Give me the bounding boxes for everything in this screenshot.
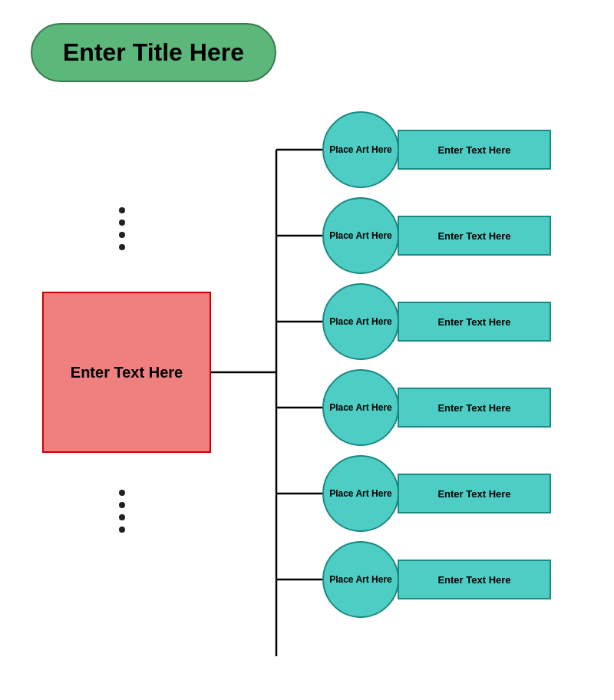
row-item: Place Art Here Enter Text Here	[322, 111, 551, 188]
row-item: Place Art Here Enter Text Here	[322, 197, 551, 274]
circle-node-3: Place Art Here	[322, 283, 399, 360]
dot	[119, 244, 125, 250]
left-box: Enter Text Here	[42, 292, 211, 453]
circle-text-3: Place Art Here	[329, 316, 392, 327]
rect-node-1: Enter Text Here	[398, 130, 551, 170]
dot	[119, 220, 125, 226]
rect-text-3: Enter Text Here	[437, 316, 510, 328]
row-item: Place Art Here Enter Text Here	[322, 369, 551, 446]
circle-text-1: Place Art Here	[329, 144, 392, 155]
dot	[119, 490, 125, 496]
rect-node-4: Enter Text Here	[398, 388, 551, 428]
circle-node-1: Place Art Here	[322, 111, 399, 188]
circle-text-6: Place Art Here	[329, 574, 392, 585]
rect-node-5: Enter Text Here	[398, 474, 551, 513]
rect-text-6: Enter Text Here	[437, 574, 510, 586]
dot	[119, 232, 125, 238]
right-items: Place Art Here Enter Text Here Place Art…	[322, 111, 551, 618]
title-container: Enter Title Here	[31, 23, 399, 82]
rect-text-2: Enter Text Here	[437, 230, 510, 242]
rect-node-2: Enter Text Here	[398, 216, 551, 256]
dots-above	[119, 207, 125, 250]
dot	[119, 527, 125, 533]
circle-node-2: Place Art Here	[322, 197, 399, 274]
dot	[119, 514, 125, 520]
circle-text-5: Place Art Here	[329, 488, 392, 499]
dot	[119, 502, 125, 508]
dot	[119, 207, 125, 213]
dots-below	[119, 490, 125, 533]
rect-text-4: Enter Text Here	[437, 402, 510, 414]
circle-text-2: Place Art Here	[329, 230, 392, 241]
circle-node-6: Place Art Here	[322, 541, 399, 618]
title-box: Enter Title Here	[31, 23, 276, 82]
circle-node-5: Place Art Here	[322, 455, 399, 532]
row-item: Place Art Here Enter Text Here	[322, 283, 551, 360]
left-box-text: Enter Text Here	[71, 364, 183, 381]
rect-text-1: Enter Text Here	[437, 144, 510, 156]
title-text: Enter Title Here	[63, 38, 244, 66]
rect-text-5: Enter Text Here	[437, 488, 510, 500]
circle-node-4: Place Art Here	[322, 369, 399, 446]
rect-node-3: Enter Text Here	[398, 302, 551, 342]
rect-node-6: Enter Text Here	[398, 560, 551, 599]
circle-text-4: Place Art Here	[329, 402, 392, 413]
row-item: Place Art Here Enter Text Here	[322, 455, 551, 532]
row-item: Place Art Here Enter Text Here	[322, 541, 551, 618]
page: Enter Title Here Enter Text Here	[0, 0, 614, 700]
